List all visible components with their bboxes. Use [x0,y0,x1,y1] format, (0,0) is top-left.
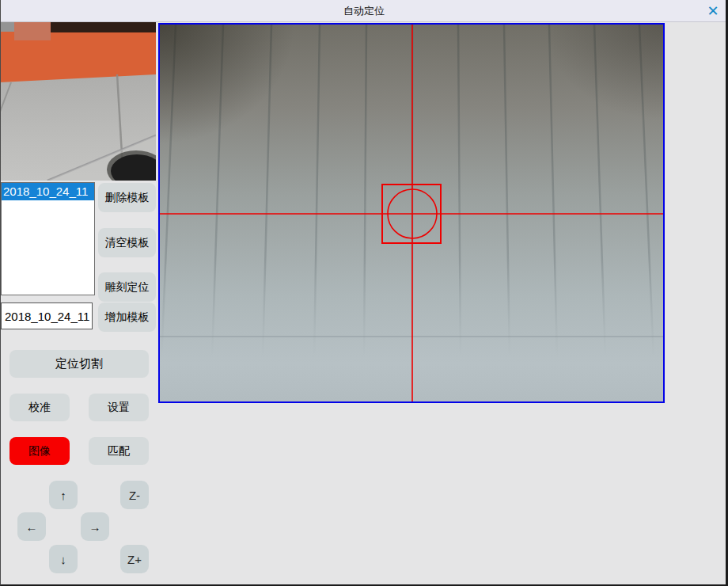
jog-up-button[interactable]: ↑ [49,481,78,509]
delete-template-button[interactable]: 删除模板 [98,183,156,212]
close-icon[interactable]: ✕ [703,2,722,21]
jog-z-minus-button[interactable]: Z- [120,481,149,509]
match-button[interactable]: 匹配 [89,437,149,465]
title-bar: 自动定位 ✕ [0,0,728,22]
camera-image [160,25,663,401]
calibrate-button[interactable]: 校准 [9,394,70,421]
clear-templates-button[interactable]: 清空模板 [98,228,156,257]
jog-z-plus-button[interactable]: Z+ [120,545,149,573]
engrave-position-button[interactable]: 雕刻定位 [98,272,156,302]
jog-left-button[interactable]: ← [17,512,46,541]
template-name-input[interactable] [1,303,93,329]
window-title: 自动定位 [343,4,385,18]
jog-down-button[interactable]: ↓ [49,545,78,573]
jog-right-button[interactable]: → [81,512,109,541]
image-button[interactable]: 图像 [9,437,70,465]
position-cut-button[interactable]: 定位切割 [9,350,149,378]
add-template-button[interactable]: 增加模板 [98,303,156,332]
template-list[interactable]: 2018_10_24_11 [1,182,95,295]
list-item[interactable]: 2018_10_24_11 [2,183,94,200]
camera-view[interactable] [158,23,665,403]
thumbnail-image [0,22,156,181]
settings-button[interactable]: 设置 [89,394,149,421]
template-thumbnail [0,22,156,181]
